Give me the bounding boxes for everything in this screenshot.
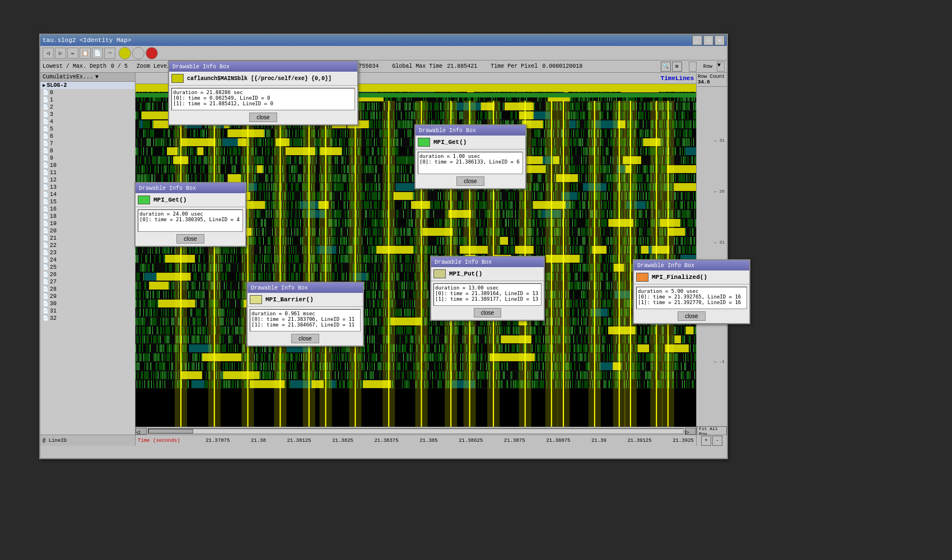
time-tick: 21.38625 [459, 438, 483, 444]
time-per-pixel-value: 0.0000120018 [542, 63, 582, 69]
color-swatch-1 [171, 74, 184, 83]
paste-btn[interactable]: 📄 [92, 48, 103, 59]
tree-item[interactable]: 📄0 [40, 89, 135, 96]
tree-item[interactable]: 📄26 [40, 271, 135, 278]
tree-item[interactable]: 📄27 [40, 278, 135, 286]
tree-item[interactable]: 📄8 [40, 147, 135, 155]
tree-item[interactable]: 📄10 [40, 162, 135, 169]
nav-forward-btn[interactable]: ▷ [55, 48, 66, 59]
info-box-5-title: Drawable Info Box [431, 257, 544, 267]
zoom-in-btn[interactable]: + [701, 436, 711, 446]
tree-item[interactable]: 📄11 [40, 169, 135, 176]
info-line-2-0: [0]: time = 21.380395, LineID = 4 [139, 217, 241, 222]
row-dropdown[interactable]: ▼ [717, 62, 725, 72]
func-name-6: MPI_Finalized() [652, 274, 707, 281]
info-line-5-0: [0]: time = 21.389164, LineID = 13 [435, 291, 540, 296]
tree-item[interactable]: 📄4 [40, 118, 135, 125]
close-btn-3[interactable]: close [456, 176, 484, 186]
tree-item[interactable]: 📄6 [40, 133, 135, 140]
zoom-fit-icon[interactable]: ⊞ [672, 62, 682, 72]
close-btn-6[interactable]: close [678, 311, 705, 321]
tree-item[interactable]: 📄1 [40, 96, 135, 104]
tree-item[interactable]: 📄25 [40, 264, 135, 271]
info-box-3-title: Drawable Info Box [416, 125, 525, 136]
tree-item[interactable]: 📄18 [40, 213, 135, 220]
refresh-icon[interactable] [119, 47, 131, 59]
info-duration-3: duration = 1.00 usec [419, 153, 521, 159]
time-axis-label: Time (seconds) [138, 438, 180, 444]
tree-item[interactable]: 📄7 [40, 140, 135, 147]
info-box-2-title: Drawable Info Box [136, 183, 245, 193]
lineid-label: @ LineID [43, 438, 67, 444]
tree-item[interactable]: 📄23 [40, 249, 135, 256]
tree-item[interactable]: 📄16 [40, 206, 135, 213]
time-tick: 21.38875 [546, 438, 570, 444]
tree-item[interactable]: 📄21 [40, 235, 135, 242]
row-scroll-btn[interactable] [689, 62, 697, 72]
info-box-6: Drawable Info Box MPI_Finalized() durati… [633, 259, 750, 324]
close-btn-5[interactable]: close [474, 308, 501, 318]
info-box-4-title: Drawable Info Box [248, 283, 363, 293]
close-btn-1[interactable]: close [249, 113, 277, 122]
info-box-3-header: MPI_Get() [416, 136, 525, 150]
info-box-3-text: duration = 1.00 usec [0]: time = 21.3861… [418, 152, 523, 174]
info-duration-6: duration = 5.00 usec [638, 288, 745, 294]
info-box-5-text: duration = 13.00 usec [0]: time = 21.389… [433, 283, 542, 306]
zoom-controls: + - [697, 435, 727, 446]
scroll-left-btn[interactable]: ◁ [136, 428, 147, 435]
tree-item[interactable]: 📄20 [40, 227, 135, 235]
edit-btn[interactable]: ✏ [67, 48, 78, 59]
window-close[interactable]: ✕ [715, 35, 725, 45]
info-line-4-1: [1]: time = 21.384667, LineID = 11 [251, 322, 359, 328]
time-tick: 21.38125 [287, 438, 311, 444]
copy2-icon[interactable] [132, 47, 144, 59]
func-name-3: MPI_Get() [433, 139, 466, 146]
copy-btn[interactable]: 📋 [80, 48, 91, 59]
color-swatch-3 [418, 138, 430, 147]
tree-item[interactable]: 📄22 [40, 242, 135, 249]
tree-item[interactable]: 📄5 [40, 125, 135, 133]
tree-area[interactable]: ▶ SLOG-2 📄0📄1📄2📄3📄4📄5📄6📄7📄8📄9📄10📄11📄12📄1… [40, 82, 135, 435]
tree-root[interactable]: ▶ SLOG-2 [40, 82, 135, 89]
tree-item[interactable]: 📄19 [40, 220, 135, 227]
scroll-track[interactable] [148, 428, 684, 434]
stop-icon[interactable] [146, 47, 158, 59]
tree-item[interactable]: 📄9 [40, 155, 135, 162]
tree-item[interactable]: 📄24 [40, 256, 135, 264]
tree-item[interactable]: 📄28 [40, 286, 135, 293]
cumulative-dropdown[interactable]: CumulativeEx... [43, 74, 93, 80]
export-btn[interactable]: → [104, 48, 115, 59]
tree-item[interactable]: 📄31 [40, 307, 135, 315]
tree-item[interactable]: 📄12 [40, 176, 135, 184]
close-btn-2[interactable]: close [176, 234, 204, 244]
tree-item[interactable]: 📄3 [40, 111, 135, 118]
tree-item[interactable]: 📄13 [40, 184, 135, 191]
h-scrollbar[interactable]: ◁ ▷ [136, 427, 696, 435]
scroll-right-btn[interactable]: ▷ [685, 428, 696, 435]
color-swatch-2 [138, 195, 150, 204]
color-swatch-4 [250, 295, 262, 304]
close-btn-4[interactable]: close [291, 334, 319, 343]
info-box-2-text: duration = 24.00 usec [0]: time = 21.380… [138, 209, 243, 232]
info-duration-1: duration = 21.88286 sec [173, 90, 353, 95]
window-minimize[interactable]: _ [692, 35, 702, 45]
tree-item[interactable]: 📄15 [40, 198, 135, 206]
time-tick: 21.39 [591, 438, 606, 444]
row-scale: — 31— 26— 21— 6— -1 [697, 87, 727, 427]
tree-item[interactable]: 📄30 [40, 300, 135, 307]
global-max-label: Global Max Time [392, 63, 442, 69]
time-tick: 21.3875 [504, 438, 525, 444]
tree-item[interactable]: 📄14 [40, 191, 135, 198]
row-count-value: 34.0 [698, 80, 725, 85]
main-title: tau.slog2 <Identity Map> [43, 37, 131, 44]
info-box-2: Drawable Info Box MPI_Get() duration = 2… [134, 182, 246, 247]
tree-item[interactable]: 📄29 [40, 293, 135, 300]
tree-item[interactable]: 📄2 [40, 104, 135, 111]
scroll-thumb[interactable] [148, 429, 193, 433]
tree-item[interactable]: 📄32 [40, 315, 135, 322]
window-maximize[interactable]: □ [703, 35, 713, 45]
info-box-2-header: MPI_Get() [136, 193, 245, 207]
search-icon[interactable]: 🔍 [661, 62, 671, 72]
zoom-out-btn[interactable]: - [712, 436, 722, 446]
nav-back-btn[interactable]: ◁ [43, 48, 54, 59]
